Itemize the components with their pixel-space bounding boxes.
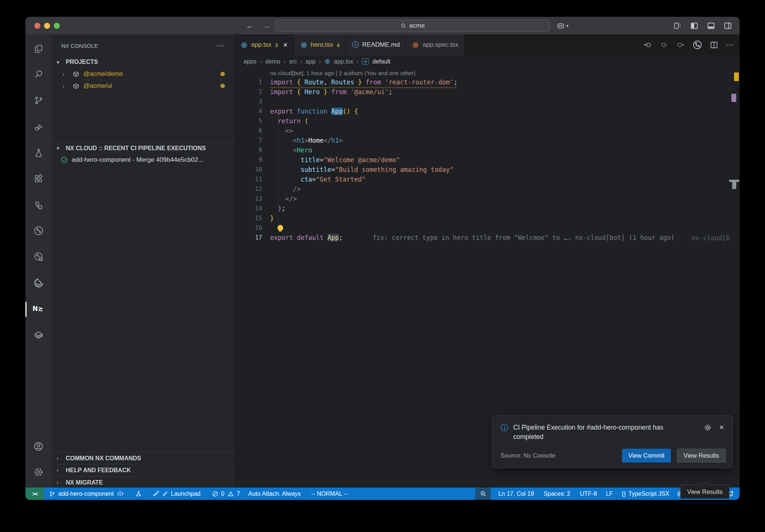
close-window-button[interactable] [34, 23, 40, 29]
code-line[interactable]: 9 title="Welcome @acme/demo" [235, 155, 740, 165]
history-back-button[interactable]: ← [246, 21, 254, 31]
code-line[interactable]: 14 ); [235, 204, 740, 213]
auto-attach-status-item[interactable]: Auto Attach: Always [248, 491, 301, 497]
command-center-search[interactable]: acme [275, 20, 550, 32]
encoding-status-item[interactable]: UTF-8 [580, 491, 597, 497]
navigate-current-icon[interactable] [660, 40, 669, 49]
code-line[interactable]: 13 </> [235, 194, 740, 204]
eol-status-item[interactable]: LF [606, 491, 613, 497]
code-line[interactable]: 1import { Route, Routes } from 'react-ro… [235, 77, 740, 87]
branch-status-item[interactable]: add-hero-component [49, 491, 124, 497]
code-line[interactable]: 10 subtitle="Build something amazing tod… [235, 165, 740, 174]
code-line[interactable]: 8 <Hero [235, 145, 740, 155]
toggle-panel-icon[interactable] [707, 22, 715, 30]
notification-settings-gear-icon[interactable] [704, 424, 712, 432]
close-tab-icon[interactable]: ✕ [283, 41, 288, 49]
tab-app-spec-tsx[interactable]: app.spec.tsx [406, 34, 464, 55]
nx-console-icon: N≳ [32, 304, 45, 315]
line-number: 13 [235, 194, 262, 204]
tab-hero-tsx[interactable]: hero.tsx 4 [294, 34, 346, 55]
maximize-window-button[interactable] [54, 23, 60, 29]
code-line[interactable]: 2import { Hero } from '@acme/ui'; [235, 87, 740, 97]
code-line[interactable]: 15} [235, 213, 740, 223]
container-icon [33, 330, 44, 342]
activity-bar-item-swirl-icon[interactable] [25, 275, 52, 293]
history-forward-button[interactable]: → [262, 21, 270, 31]
line-number: 17 [235, 233, 262, 242]
launchpad-status-item[interactable]: Launchpad [152, 490, 201, 497]
activity-bar-item-testing-icon[interactable] [25, 145, 52, 163]
project-item-acme-demo[interactable]: › @acme/demo [52, 68, 235, 80]
breadcrumb-item[interactable]: default [372, 58, 390, 65]
activity-bar-item-settings-gear-icon[interactable] [25, 464, 52, 482]
project-item-acme-ui[interactable]: › @acme/ui [52, 80, 235, 92]
navigate-back-icon[interactable] [643, 40, 652, 49]
problems-status-item[interactable]: 0 7 [212, 491, 240, 497]
activity-bar-item-container-icon[interactable] [25, 327, 52, 344]
inline-blame: fix: correct typo in hero title from "We… [373, 234, 675, 241]
remote-indicator[interactable]: >< [25, 488, 44, 500]
code-line[interactable]: 11 cta="Get Started" [235, 174, 740, 184]
git-graph-status-item[interactable] [135, 491, 142, 497]
tab-readme-md[interactable]: ⓘ README.md [346, 34, 406, 55]
customize-layout-icon[interactable] [673, 22, 682, 30]
language-mode-status-item[interactable]: {}TypeScript JSX [622, 491, 669, 497]
activity-bar-item-search-icon[interactable] [25, 66, 52, 84]
activity-bar: N≳ [25, 34, 52, 488]
activity-bar-item-account-icon[interactable] [25, 438, 52, 456]
line-number: 16 [235, 223, 262, 233]
navigate-forward-icon[interactable] [676, 40, 685, 49]
breadcrumb-item[interactable]: src [289, 58, 297, 65]
code-line[interactable]: 4export function App() { [235, 106, 740, 116]
zoom-status-item[interactable] [475, 488, 491, 500]
activity-bar-item-explorer-icon[interactable] [25, 40, 52, 58]
projects-section-header[interactable]: ▾ PROJECTS [52, 56, 235, 68]
more-actions-icon[interactable]: ⋯ [217, 41, 225, 50]
breadcrumb-item[interactable]: apps [244, 58, 257, 65]
lightbulb-icon[interactable] [278, 225, 283, 231]
breadcrumb-item[interactable]: app [306, 58, 316, 65]
view-commit-button[interactable]: View Commit [622, 449, 671, 463]
code-line[interactable]: 16 [235, 223, 740, 233]
breadcrumb-item[interactable]: app.tsx [334, 58, 353, 65]
code-line[interactable]: 6 <> [235, 126, 740, 136]
nx-migrate-section[interactable]: › NX MIGRATE [52, 476, 235, 488]
line-number: 15 [235, 213, 262, 223]
common-nx-commands-section[interactable]: › COMMON NX COMMANDS [52, 452, 235, 464]
more-actions-icon[interactable]: ⋯ [726, 40, 734, 49]
cursor-position-status-item[interactable]: Ln 17, Col 19 [498, 491, 534, 497]
swirl-icon [33, 278, 44, 290]
indent-guide [293, 135, 294, 193]
line-content: title="Welcome @acme/demo" [262, 155, 400, 165]
activity-bar-item-nx-project-graph-icon[interactable] [25, 197, 52, 215]
code-line[interactable]: 5 return ( [235, 116, 740, 126]
breadcrumb-item[interactable]: demo [265, 58, 280, 65]
nx-cloud-section-header[interactable]: ▾ NX CLOUD :: RECENT CI PIPELINE EXECUTI… [52, 142, 235, 154]
help-and-feedback-section[interactable]: › HELP AND FEEDBACK [52, 464, 235, 476]
line-content [262, 97, 270, 106]
copilot-menu[interactable]: ▾ [557, 22, 569, 29]
activity-bar-item-run-debug-icon[interactable] [25, 118, 52, 136]
toggle-secondary-sidebar-icon[interactable] [724, 22, 732, 30]
code-line[interactable]: 12 /> [235, 184, 740, 194]
activity-bar-item-circle-graph-icon[interactable] [25, 222, 52, 240]
activity-bar-item-extensions-icon[interactable] [25, 170, 52, 188]
commit-graph-icon[interactable] [693, 40, 702, 50]
notification-close-icon[interactable]: ✕ [719, 424, 724, 432]
tab-app-tsx[interactable]: app.tsx 3 ✕ [235, 34, 294, 55]
code-line[interactable]: 7 <h1>Home</h1> [235, 136, 740, 145]
activity-bar-item-nx-console-icon[interactable]: N≳ [25, 300, 52, 318]
code-line[interactable]: 3 [235, 97, 740, 106]
chevron-right-icon: › [63, 71, 69, 77]
info-icon: ⓘ [352, 40, 359, 49]
indentation-status-item[interactable]: Spaces: 2 [543, 491, 570, 497]
activity-bar-item-source-control-icon[interactable] [25, 92, 52, 110]
view-results-button[interactable]: View Results [677, 449, 726, 463]
code-line[interactable]: 17export default App;fix: correct typo i… [235, 233, 740, 242]
split-editor-icon[interactable] [710, 41, 718, 49]
toggle-sidebar-icon[interactable] [690, 22, 699, 30]
activity-bar-item-circle-graph-search-icon[interactable] [25, 248, 52, 266]
pipeline-execution-item[interactable]: add-hero-component - Merge 409b44e5cb02.… [52, 154, 235, 166]
check-circle-icon [61, 156, 68, 164]
minimize-window-button[interactable] [44, 23, 50, 29]
